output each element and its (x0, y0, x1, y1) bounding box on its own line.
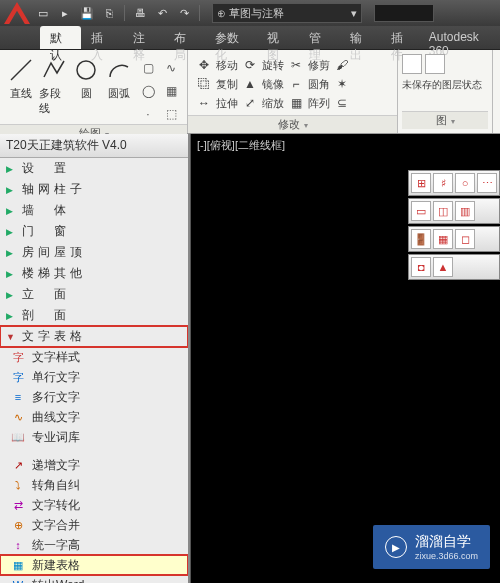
workspace-selector[interactable]: ⊕ 草图与注释▾ (212, 3, 362, 23)
explode-icon[interactable]: ✶ (334, 76, 350, 92)
qat-saveas-icon[interactable]: ⎘ (100, 4, 118, 22)
roof-icon[interactable]: ▲ (433, 257, 453, 277)
cat-wall[interactable]: ▶墙 体 (0, 200, 188, 221)
array-button[interactable]: 阵列 (308, 96, 330, 111)
grid-icon[interactable]: ⊞ (411, 173, 431, 193)
cat-text-table[interactable]: ▼文字表格 (0, 326, 188, 347)
tab-autodesk360[interactable]: Autodesk 360 (423, 26, 500, 49)
polyline-button[interactable]: 多段线 (39, 54, 70, 116)
sub-text-merge[interactable]: ⊕文字合并 (0, 515, 188, 535)
circle-button[interactable]: 圆 (71, 54, 102, 101)
cat-settings[interactable]: ▶设 置 (0, 158, 188, 179)
sub-new-table[interactable]: ▦新建表格 (0, 555, 188, 575)
stretch-button[interactable]: 拉伸 (216, 96, 238, 111)
tab-manage[interactable]: 管理 (299, 26, 340, 49)
right-toolbars: ⊞♯○⋯ ▭◫▥ 🚪▦◻ ◘▲ (408, 170, 500, 280)
layer-states-icon[interactable] (425, 54, 445, 74)
room-icon[interactable]: ◘ (411, 257, 431, 277)
watermark-brand: 溜溜自学 (415, 533, 471, 549)
mirror-button[interactable]: 镜像 (262, 77, 284, 92)
region-icon[interactable]: ⬚ (161, 104, 181, 124)
mirror-icon[interactable]: ▲ (242, 76, 258, 92)
watermark: ▶ 溜溜自学 zixue.3d66.com (373, 525, 490, 569)
trim-icon[interactable]: ✂ (288, 57, 304, 73)
qat-print-icon[interactable]: 🖶 (131, 4, 149, 22)
stretch-icon[interactable]: ↔ (196, 95, 212, 111)
cat-room[interactable]: ▶房间屋顶 (0, 242, 188, 263)
qat-new-icon[interactable]: ▭ (34, 4, 52, 22)
tab-output[interactable]: 输出 (340, 26, 381, 49)
line-icon (7, 56, 35, 84)
qat-redo-icon[interactable]: ↷ (175, 4, 193, 22)
sub-incr-text[interactable]: ↗递增文字 (0, 455, 188, 475)
qat-save-icon[interactable]: 💾 (78, 4, 96, 22)
door-icon[interactable]: 🚪 (411, 229, 431, 249)
tangent-palette: T20天正建筑软件 V4.0 ▶设 置 ▶轴网柱子 ▶墙 体 ▶门 窗 ▶房间屋… (0, 134, 190, 583)
offset-icon[interactable]: ⊆ (334, 95, 350, 111)
scale-icon[interactable]: ⤢ (242, 95, 258, 111)
tab-parametric[interactable]: 参数化 (205, 26, 257, 49)
sub-text-convert[interactable]: ⇄文字转化 (0, 495, 188, 515)
sub-single-text[interactable]: 字单行文字 (0, 367, 188, 387)
viewport-label[interactable]: [-][俯视][二维线框] (197, 138, 285, 153)
cat-axis[interactable]: ▶轴网柱子 (0, 179, 188, 200)
ribbon-tabstrip: 默认 插入 注释 布局 参数化 视图 管理 输出 插件 Autodesk 360 (0, 26, 500, 50)
col-icon[interactable]: ○ (455, 173, 475, 193)
wall3-icon[interactable]: ▥ (455, 201, 475, 221)
cat-elevation[interactable]: ▶立 面 (0, 284, 188, 305)
rect-icon[interactable]: ▢ (138, 58, 158, 78)
copy-button[interactable]: 复制 (216, 77, 238, 92)
axis-icon[interactable]: ♯ (433, 173, 453, 193)
layer-properties-icon[interactable] (402, 54, 422, 74)
sub-corner-fix[interactable]: ⤵转角自纠 (0, 475, 188, 495)
copy-icon[interactable]: ⿻ (196, 76, 212, 92)
tab-annotate[interactable]: 注释 (123, 26, 164, 49)
sub-multi-text[interactable]: ≡多行文字 (0, 387, 188, 407)
sub-export-word[interactable]: W转出Word (0, 575, 188, 583)
tab-default[interactable]: 默认 (40, 26, 81, 49)
sub-curve-text[interactable]: ∿曲线文字 (0, 407, 188, 427)
fillet-icon[interactable]: ⌐ (288, 76, 304, 92)
wall2-icon[interactable]: ◫ (433, 201, 453, 221)
sub-text-style[interactable]: 字文字样式 (0, 347, 188, 367)
svg-point-1 (77, 61, 95, 79)
ellipse-icon[interactable]: ◯ (138, 81, 158, 101)
tab-view[interactable]: 视图 (257, 26, 298, 49)
tab-insert[interactable]: 插入 (81, 26, 122, 49)
point-icon[interactable]: ∙ (138, 104, 158, 124)
trim-button[interactable]: 修剪 (308, 58, 330, 73)
scale-button[interactable]: 缩放 (262, 96, 284, 111)
cat-door[interactable]: ▶门 窗 (0, 221, 188, 242)
cat-stair[interactable]: ▶楼梯其他 (0, 263, 188, 284)
hatch-icon[interactable]: ▦ (161, 81, 181, 101)
tab-plugin[interactable]: 插件 (381, 26, 422, 49)
open-icon[interactable]: ◻ (455, 229, 475, 249)
wall-icon[interactable]: ▭ (411, 201, 431, 221)
more-icon[interactable]: ⋯ (477, 173, 497, 193)
qat-undo-icon[interactable]: ↶ (153, 4, 171, 22)
watermark-url: zixue.3d66.com (415, 551, 478, 561)
sub-unify-height[interactable]: ↕统一字高 (0, 535, 188, 555)
rotate-icon[interactable]: ⟳ (242, 57, 258, 73)
layers-panel-title[interactable]: 图 (402, 111, 488, 129)
draw-flyout-grid: ▢ ∿ ◯ ▦ ∙ ⬚ (138, 54, 181, 124)
sub-vocab[interactable]: 📖专业词库 (0, 427, 188, 447)
win-icon[interactable]: ▦ (433, 229, 453, 249)
autocad-logo (4, 2, 30, 24)
move-button[interactable]: 移动 (216, 58, 238, 73)
layer-state-label[interactable]: 未保存的图层状态 (402, 78, 488, 92)
spline-icon[interactable]: ∿ (161, 58, 181, 78)
cat-section[interactable]: ▶剖 面 (0, 305, 188, 326)
qat-open-icon[interactable]: ▸ (56, 4, 74, 22)
array-icon[interactable]: ▦ (288, 95, 304, 111)
fillet-button[interactable]: 圆角 (308, 77, 330, 92)
line-button[interactable]: 直线 (6, 54, 37, 101)
modify-panel-title[interactable]: 修改 (188, 115, 397, 133)
chevron-down-icon: ▾ (351, 7, 357, 20)
tab-layout[interactable]: 布局 (164, 26, 205, 49)
brush-icon[interactable]: 🖌 (334, 57, 350, 73)
arc-button[interactable]: 圆弧 (104, 54, 135, 101)
rotate-button[interactable]: 旋转 (262, 58, 284, 73)
move-icon[interactable]: ✥ (196, 57, 212, 73)
search-input[interactable] (374, 4, 434, 22)
